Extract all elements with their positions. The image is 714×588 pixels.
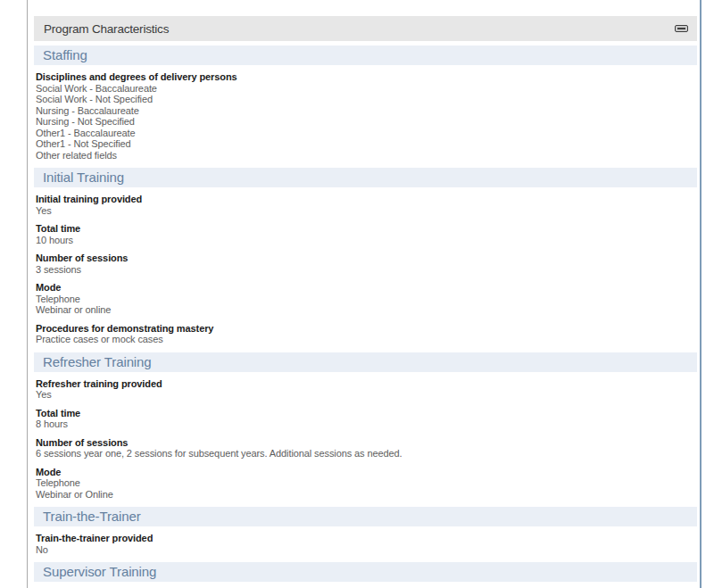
section-staffing: StaffingDisciplines and degrees of deliv… bbox=[34, 46, 697, 161]
field-value: 8 hours bbox=[36, 418, 695, 430]
field-value: Nursing - Not Specified bbox=[36, 116, 695, 128]
field-disciplines-and-degrees-of-delivery-persons: Disciplines and degrees of delivery pers… bbox=[34, 71, 697, 161]
field-value: Other1 - Baccalaureate bbox=[36, 128, 695, 139]
page: Program Characteristics StaffingDiscipli… bbox=[0, 0, 714, 588]
field-mode: ModeTelephoneWebinar or online bbox=[34, 282, 697, 316]
field-value: 6 sessions year one, 2 sessions for subs… bbox=[36, 448, 695, 460]
field-label: Train-the-trainer provided bbox=[36, 533, 695, 544]
field-train-the-trainer-provided: Train-the-trainer providedNo bbox=[34, 533, 697, 555]
panel-body: StaffingDisciplines and degrees of deliv… bbox=[34, 46, 697, 588]
field-mode: ModeTelephoneWebinar or Online bbox=[34, 467, 697, 501]
field-value: Other1 - Not Specified bbox=[36, 138, 695, 150]
section-train-the-trainer: Train-the-TrainerTrain-the-trainer provi… bbox=[34, 507, 697, 555]
field-label: Total time bbox=[36, 223, 695, 235]
field-label: Mode bbox=[36, 282, 695, 294]
field-procedures-for-demonstrating-mastery: Procedures for demonstrating masteryPrac… bbox=[34, 323, 697, 345]
section-heading: Staffing bbox=[34, 46, 697, 65]
field-value: Other related fields bbox=[36, 150, 695, 161]
field-value: Social Work - Not Specified bbox=[36, 94, 695, 105]
field-label: Procedures for demonstrating mastery bbox=[36, 323, 695, 335]
field-value: Webinar or online bbox=[36, 304, 695, 316]
section-heading: Supervisor Training bbox=[34, 562, 697, 582]
field-label: Initial training provided bbox=[36, 194, 695, 205]
field-label: Refresher training provided bbox=[36, 378, 695, 390]
field-label: Mode bbox=[36, 467, 695, 478]
field-label: Total time bbox=[36, 408, 695, 419]
collapse-minus-icon[interactable] bbox=[675, 25, 688, 32]
field-value: Yes bbox=[36, 389, 695, 401]
field-label: Number of sessions bbox=[36, 253, 695, 264]
field-value: 3 sessions bbox=[36, 264, 695, 276]
field-number-of-sessions: Number of sessions6 sessions year one, 2… bbox=[34, 437, 697, 460]
field-total-time: Total time8 hours bbox=[34, 408, 697, 430]
field-value: Telephone bbox=[36, 477, 695, 489]
section-initial-training: Initial TrainingInitial training provide… bbox=[34, 168, 697, 345]
section-supervisor-training: Supervisor TrainingSupervisor training p… bbox=[34, 562, 697, 588]
field-value: 10 hours bbox=[36, 235, 695, 246]
field-label: Disciplines and degrees of delivery pers… bbox=[36, 71, 695, 83]
field-value: Yes bbox=[36, 205, 695, 217]
field-initial-training-provided: Initial training providedYes bbox=[34, 194, 697, 216]
minus-line bbox=[677, 28, 685, 29]
section-heading: Train-the-Trainer bbox=[34, 507, 697, 526]
field-value: Telephone bbox=[36, 294, 695, 305]
field-value: Webinar or Online bbox=[36, 489, 695, 501]
field-value: No bbox=[36, 544, 695, 556]
field-value: Social Work - Baccalaureate bbox=[36, 83, 695, 95]
field-value: Practice cases or mock cases bbox=[36, 334, 695, 345]
field-number-of-sessions: Number of sessions3 sessions bbox=[34, 253, 697, 275]
section-heading: Initial Training bbox=[34, 168, 697, 187]
field-total-time: Total time10 hours bbox=[34, 223, 697, 245]
section-refresher-training: Refresher TrainingRefresher training pro… bbox=[34, 352, 697, 501]
panel-title: Program Characteristics bbox=[44, 22, 169, 36]
program-characteristics-panel: Program Characteristics StaffingDiscipli… bbox=[27, 0, 702, 588]
section-heading: Refresher Training bbox=[34, 352, 697, 372]
field-refresher-training-provided: Refresher training providedYes bbox=[34, 378, 697, 401]
panel-header[interactable]: Program Characteristics bbox=[34, 16, 697, 41]
field-value: Nursing - Baccalaureate bbox=[36, 105, 695, 117]
field-label: Number of sessions bbox=[36, 437, 695, 449]
